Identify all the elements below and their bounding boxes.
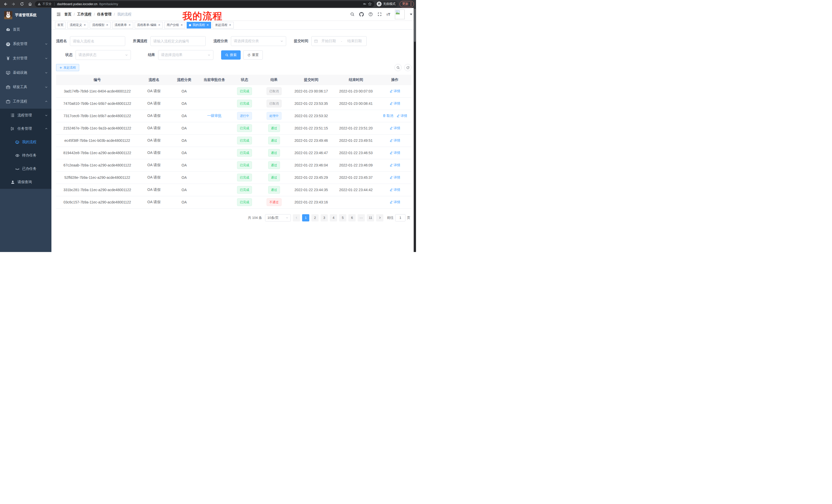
browser-forward-icon[interactable] (10, 1, 17, 7)
result-select[interactable]: 请选择流结果 (158, 50, 213, 60)
security-warning-icon[interactable] (37, 2, 41, 6)
goto-page-input[interactable] (395, 214, 406, 221)
browser-reload-icon[interactable] (19, 1, 25, 7)
column-header-7: 结束时间 (334, 75, 378, 85)
category-select[interactable]: 请选择流程分类 (231, 36, 286, 46)
task-link[interactable]: 一级审批 (207, 114, 222, 118)
status-select[interactable]: 请选择状态 (76, 50, 131, 60)
sidebar-item-2[interactable]: 支付管理 (0, 51, 51, 65)
search-button[interactable]: 搜索 (221, 50, 241, 60)
sidebar-item-9[interactable]: 待办任务 (0, 149, 51, 162)
fullscreen-icon[interactable] (378, 12, 382, 17)
detail-action-link[interactable]: 详情 (390, 175, 400, 180)
detail-action-link[interactable]: 详情 (390, 89, 400, 93)
cell-process-name: OA 请假 (138, 184, 170, 196)
eye-icon (15, 153, 20, 158)
detail-action-link[interactable]: 详情 (390, 163, 400, 167)
browser-menu-icon[interactable] (411, 2, 411, 6)
process-def-input[interactable] (153, 39, 203, 43)
next-page-button[interactable] (376, 214, 383, 221)
sidebar-item-3[interactable]: 基础设施 (0, 65, 51, 80)
update-label[interactable]: 更新 (402, 2, 409, 6)
page-button-3[interactable]: 3 (321, 214, 328, 221)
prev-page-button[interactable] (293, 214, 300, 221)
cell-actions: 取消详情 (378, 110, 411, 122)
sidebar-item-5[interactable]: 工作流程 (0, 94, 51, 109)
breadcrumb-item-1[interactable]: 工作流程 (77, 12, 92, 17)
avatar[interactable] (395, 9, 405, 19)
submit-time-range-picker[interactable]: 开始日期 - 结束日期 (311, 36, 367, 46)
sidebar-item-8[interactable]: 我的流程 (0, 135, 51, 149)
tab-6[interactable]: 我的流程✕ (187, 22, 211, 29)
sidebar-collapse-icon[interactable] (55, 11, 62, 18)
annotation-title: 我的流程 (183, 10, 223, 23)
cell-process-name: OA 请假 (138, 159, 170, 171)
page-button-1[interactable]: 1 (302, 214, 309, 221)
breadcrumb-item-0[interactable]: 首页 (64, 12, 72, 17)
page-button-11[interactable]: 11 (367, 214, 374, 221)
tab-close-icon[interactable]: ✕ (83, 24, 86, 26)
tab-label: 用户分组 (166, 23, 179, 27)
sidebar-item-4[interactable]: 研发工具 (0, 80, 51, 94)
breadcrumb-item-2[interactable]: 任务管理 (97, 12, 111, 17)
tab-close-icon[interactable]: ✕ (106, 24, 108, 26)
detail-action-link[interactable]: 详情 (396, 114, 407, 118)
process-name-input[interactable] (73, 39, 122, 43)
bookmark-star-icon[interactable] (368, 2, 372, 6)
create-process-button[interactable]: 发起流程 (56, 64, 79, 71)
page-button-6[interactable]: 6 (348, 214, 356, 221)
date-start-placeholder[interactable]: 开始日期 (319, 39, 338, 44)
app-logo-row[interactable]: 芋道管理系统 (0, 8, 51, 22)
tab-close-icon[interactable]: ✕ (181, 24, 183, 26)
tab-2[interactable]: 流程模型✕ (90, 22, 110, 29)
window-scrollbar[interactable] (414, 8, 416, 252)
password-key-icon[interactable] (363, 2, 366, 6)
detail-action-link[interactable]: 详情 (390, 138, 400, 143)
tab-1[interactable]: 流程定义✕ (67, 22, 88, 29)
detail-action-link[interactable]: 详情 (390, 101, 400, 106)
detail-action-link[interactable]: 详情 (390, 150, 400, 155)
tab-close-icon[interactable]: ✕ (158, 24, 160, 26)
tab-4[interactable]: 流程表单-编辑✕ (135, 22, 163, 29)
sidebar-item-7[interactable]: 任务管理 (0, 122, 51, 135)
sidebar-item-10[interactable]: 已办任务 (0, 162, 51, 175)
help-icon[interactable] (368, 12, 373, 17)
status-badge: 已完成 (237, 100, 252, 107)
page-button-5[interactable]: 5 (339, 214, 346, 221)
tab-close-icon[interactable]: ✕ (206, 24, 209, 26)
sidebar-item-0[interactable]: 首页 (0, 22, 51, 37)
cell-process-name: OA 请假 (138, 85, 170, 97)
browser-home-icon[interactable] (27, 1, 33, 7)
sidebar-item-11[interactable]: 请假查询 (0, 175, 51, 189)
tab-close-icon[interactable]: ✕ (229, 24, 231, 26)
cancel-action-link[interactable]: 取消 (383, 114, 393, 118)
page-ellipsis[interactable]: ··· (358, 214, 365, 221)
column-header-2: 流程分类 (170, 75, 199, 85)
address-bar[interactable]: 不安全 dashboard.yudao.iocoder.cn/bpm/task/… (35, 1, 374, 7)
sidebar-item-6[interactable]: 流程管理 (0, 109, 51, 122)
detail-action-link[interactable]: 详情 (390, 126, 400, 131)
result-badge: 通过 (268, 161, 280, 169)
tab-0[interactable]: 首页 (55, 22, 66, 29)
scrollbar-thumb[interactable] (414, 8, 416, 42)
detail-action-link[interactable]: 详情 (390, 188, 400, 192)
browser-back-icon[interactable] (2, 1, 9, 7)
search-icon[interactable] (350, 12, 355, 17)
sidebar-item-1[interactable]: 系统管理 (0, 37, 51, 51)
font-size-icon[interactable]: TT (386, 12, 390, 17)
detail-action-link[interactable]: 详情 (390, 200, 400, 204)
tab-close-icon[interactable]: ✕ (128, 24, 131, 26)
tab-3[interactable]: 流程表单✕ (112, 22, 133, 29)
page-size-select[interactable]: 10条/页 (265, 214, 291, 221)
tab-5[interactable]: 用户分组✕ (164, 22, 185, 29)
refresh-button[interactable] (404, 64, 411, 71)
page-button-2[interactable]: 2 (311, 214, 318, 221)
date-end-placeholder[interactable]: 结束日期 (345, 39, 364, 44)
toggle-search-button[interactable] (394, 64, 401, 71)
avatar-dropdown-icon[interactable] (410, 13, 412, 15)
browser-update-button[interactable]: 更新 (399, 1, 414, 7)
reset-button[interactable]: 重置 (243, 50, 263, 60)
github-icon[interactable] (359, 12, 364, 17)
tab-7[interactable]: 发起流程✕ (213, 22, 233, 29)
page-button-4[interactable]: 4 (330, 214, 337, 221)
